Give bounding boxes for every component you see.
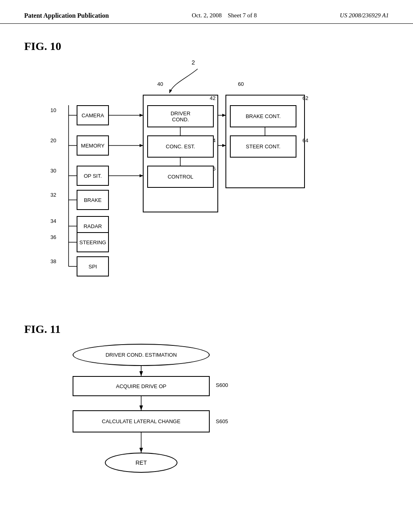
sheet-info: Sheet 7 of 8 <box>228 12 257 19</box>
fig10-diagram: 2 40 60 42 44 46 62 64 10 20 30 32 34 36… <box>24 57 371 307</box>
patent-number: US 2008/236929 A1 <box>340 12 389 19</box>
conc-est-box: CONC. EST. <box>147 135 214 158</box>
steering-box: STEERING <box>77 232 109 252</box>
fig10-label: FIG. 10 <box>24 40 389 53</box>
control-box: CONTROL <box>147 166 214 188</box>
calculate-box: CALCULATE LATERAL CHANGE <box>73 410 210 432</box>
memory-box: MEMORY <box>77 135 109 156</box>
ref-34: 34 <box>50 218 56 224</box>
ref-10: 10 <box>50 107 56 113</box>
fig11-label: FIG. 11 <box>24 323 389 336</box>
op-sit-box: OP SIT. <box>77 166 109 186</box>
ref-38: 38 <box>50 258 56 264</box>
ref-40: 40 <box>157 81 163 87</box>
ret-oval: RET <box>105 453 177 473</box>
ref-36: 36 <box>50 234 56 240</box>
ref-30: 30 <box>50 168 56 174</box>
acquire-box: ACQUIRE DRIVE OP <box>73 376 210 396</box>
ref-20: 20 <box>50 137 56 143</box>
publication-label: Patent Application Publication <box>24 12 109 19</box>
start-oval: DRIVER COND. ESTIMATION <box>73 344 210 366</box>
ref-s600: S600 <box>216 382 228 388</box>
steer-cont-box: STEER CONT. <box>230 135 296 158</box>
ref-42: 42 <box>210 95 215 101</box>
fig11-diagram: DRIVER COND. ESTIMATION ACQUIRE DRIVE OP… <box>48 340 290 517</box>
ref-32: 32 <box>50 192 56 198</box>
camera-box: CAMERA <box>77 105 109 125</box>
brake-cont-box: BRAKE CONT. <box>230 105 296 127</box>
date-sheet: Oct. 2, 2008 Sheet 7 of 8 <box>192 12 257 19</box>
ref-2: 2 <box>192 59 195 66</box>
page-header: Patent Application Publication Oct. 2, 2… <box>0 0 413 24</box>
ref-62: 62 <box>302 95 308 101</box>
ref-s605: S605 <box>216 418 228 424</box>
date: Oct. 2, 2008 <box>192 12 222 19</box>
spi-box: SPI <box>77 256 109 276</box>
driver-cond-box: DRIVER COND. <box>147 105 214 127</box>
ref-64: 64 <box>302 137 308 143</box>
page-content: FIG. 10 <box>0 24 413 525</box>
ref-60: 60 <box>238 81 244 87</box>
brake-box: BRAKE <box>77 190 109 210</box>
